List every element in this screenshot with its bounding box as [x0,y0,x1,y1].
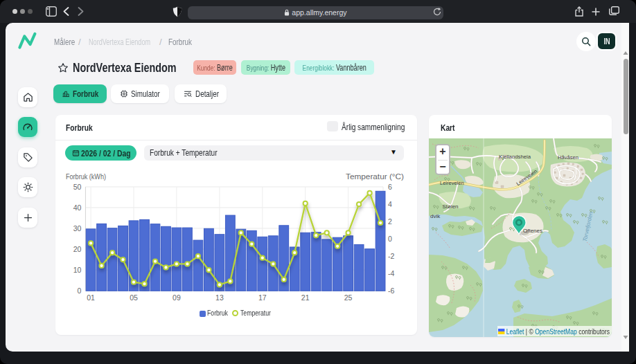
svg-text:05: 05 [130,293,138,302]
svg-text:dvik: dvik [430,213,441,219]
svg-text:0: 0 [388,235,392,243]
svg-text:Stølen: Stølen [442,203,458,210]
svg-text:-2: -2 [388,252,394,260]
svg-text:6: 6 [388,183,392,191]
svg-text:Leireveien: Leireveien [440,180,464,186]
svg-text:17: 17 [258,293,267,302]
svg-text:30: 30 [73,224,82,233]
svg-text:50: 50 [73,183,82,191]
svg-text:4: 4 [388,200,392,208]
svg-text:-4: -4 [388,269,394,277]
svg-text:25: 25 [344,293,353,302]
svg-text:0: 0 [78,286,82,295]
svg-text:10: 10 [73,266,82,274]
svg-text:Temperatur (°C): Temperatur (°C) [346,172,404,181]
svg-text:-6: -6 [388,286,394,295]
svg-text:20: 20 [73,245,82,253]
svg-text:40: 40 [73,203,82,212]
svg-text:Kjellandsheia: Kjellandsheia [499,154,531,160]
svg-text:09: 09 [173,293,181,302]
svg-text:13: 13 [215,293,224,302]
svg-text:01: 01 [87,293,95,302]
svg-text:Forbruk (kWh): Forbruk (kWh) [66,172,106,181]
svg-text:Håvåsen: Håvåsen [558,154,578,161]
svg-text:21: 21 [301,293,310,302]
svg-text:2: 2 [388,217,392,226]
